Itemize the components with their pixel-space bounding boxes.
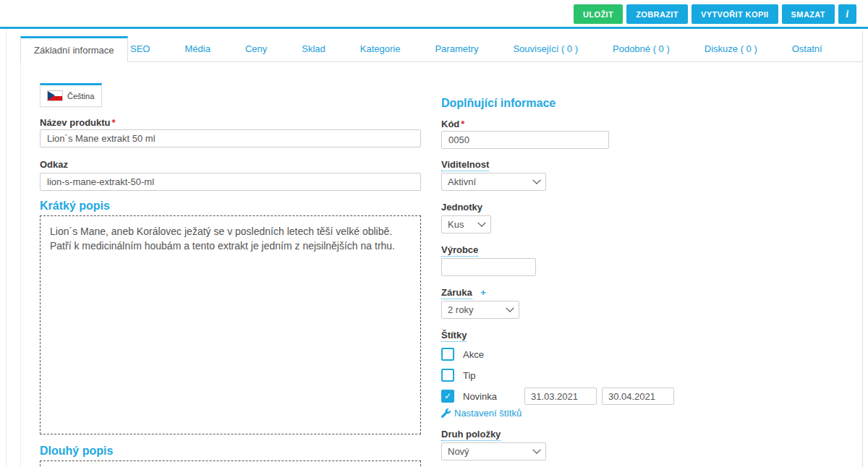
info-icon[interactable]: i <box>838 4 856 24</box>
tab-sklad[interactable]: Sklad <box>284 43 343 54</box>
save-button[interactable]: ULOŽIT <box>574 4 623 24</box>
required-asterisk: * <box>461 119 464 129</box>
additional-info-heading: Doplňující informace <box>441 97 673 110</box>
tab-media[interactable]: Média <box>167 43 227 54</box>
left-column: Název produktu* Odkaz Krátký popis Lion´… <box>40 107 421 467</box>
wrench-icon <box>441 408 451 418</box>
product-edit-page: ULOŽIT ZOBRAZIT VYTVOŘIT KOPII SMAZAT i … <box>0 0 868 467</box>
tip-checkbox[interactable] <box>441 369 454 382</box>
right-column: Doplňující informace Kód* Viditelnost Ak… <box>441 97 673 467</box>
tab-bar: Základní informace SEO Média Ceny Sklad … <box>20 36 862 62</box>
product-name-label: Název produktu* <box>40 117 421 128</box>
tab-ostatni[interactable]: Ostatní <box>775 43 840 54</box>
warranty-label: Záruka + <box>441 287 673 298</box>
code-input[interactable] <box>441 131 609 149</box>
labels-label: Štítky <box>441 330 673 340</box>
top-action-bar: ULOŽIT ZOBRAZIT VYTVOŘIT KOPII SMAZAT i <box>0 0 868 29</box>
tab-souvisejici[interactable]: Související ( 0 ) <box>495 43 595 54</box>
chevron-down-icon <box>477 218 485 226</box>
manufacturer-label: Výrobce <box>441 244 673 255</box>
akce-checkbox-label[interactable]: Akce <box>463 349 484 360</box>
chevron-down-icon <box>506 304 514 312</box>
add-warranty-button[interactable]: + <box>480 287 486 298</box>
code-label: Kód* <box>441 119 673 129</box>
tab-kategorie[interactable]: Kategorie <box>343 43 418 54</box>
manufacturer-input[interactable] <box>441 258 536 276</box>
item-type-label: Druh položky <box>441 429 673 440</box>
long-description-editor[interactable] <box>40 460 421 467</box>
item-type-select[interactable]: Nový <box>441 442 546 460</box>
flag-row-akce: Akce <box>441 347 673 361</box>
product-name-input[interactable] <box>40 129 421 147</box>
units-select[interactable]: Kus <box>441 215 491 234</box>
short-description-heading: Krátký popis <box>40 200 421 213</box>
flag-row-novinka: ✓ Novinka <box>441 389 673 403</box>
tab-ceny[interactable]: Ceny <box>228 43 284 54</box>
visibility-select[interactable]: Aktivní <box>441 173 546 191</box>
url-input[interactable] <box>40 173 421 191</box>
short-description-editor[interactable]: Lion´s Mane, aneb Korálovec ježatý se v … <box>40 215 421 434</box>
long-description-heading: Dlouhý popis <box>40 445 421 458</box>
page-right-border <box>862 31 863 467</box>
units-label: Jednotky <box>441 202 673 213</box>
required-asterisk: * <box>112 117 116 128</box>
czech-flag-icon <box>48 91 62 100</box>
page-left-border <box>6 0 7 467</box>
warranty-select[interactable]: 2 roky <box>441 301 519 319</box>
tab-links: SEO Média Ceny Sklad Kategorie Parametry… <box>113 36 840 61</box>
novinka-checkbox[interactable]: ✓ <box>441 390 454 403</box>
novinka-date-to-input[interactable] <box>602 387 674 405</box>
flag-row-tip: Tip <box>441 368 673 382</box>
tab-diskuze[interactable]: Diskuze ( 0 ) <box>687 43 775 54</box>
flag-settings-link[interactable]: Nastavení štítků <box>441 408 673 419</box>
chevron-down-icon <box>532 445 540 453</box>
novinka-checkbox-label[interactable]: Novinka <box>463 391 497 402</box>
visibility-label: Viditelnost <box>441 159 673 170</box>
language-label: Čeština <box>67 92 94 100</box>
action-buttons: ULOŽIT ZOBRAZIT VYTVOŘIT KOPII SMAZAT i <box>574 4 856 24</box>
create-copy-button[interactable]: VYTVOŘIT KOPII <box>692 4 778 24</box>
delete-button[interactable]: SMAZAT <box>782 4 835 24</box>
view-button[interactable]: ZOBRAZIT <box>626 4 688 24</box>
language-selector[interactable]: Čeština <box>40 83 102 107</box>
tab-podobne[interactable]: Podobné ( 0 ) <box>595 43 687 54</box>
akce-checkbox[interactable] <box>441 348 454 361</box>
flag-settings-link-text: Nastavení štítků <box>454 408 522 419</box>
tab-parametry[interactable]: Parametry <box>417 43 495 54</box>
tab-zakladni-informace[interactable]: Základní informace <box>20 36 128 62</box>
url-label: Odkaz <box>40 159 421 170</box>
novinka-date-from-input[interactable] <box>524 387 597 405</box>
chevron-down-icon <box>532 176 540 184</box>
tip-checkbox-label[interactable]: Tip <box>463 370 476 381</box>
